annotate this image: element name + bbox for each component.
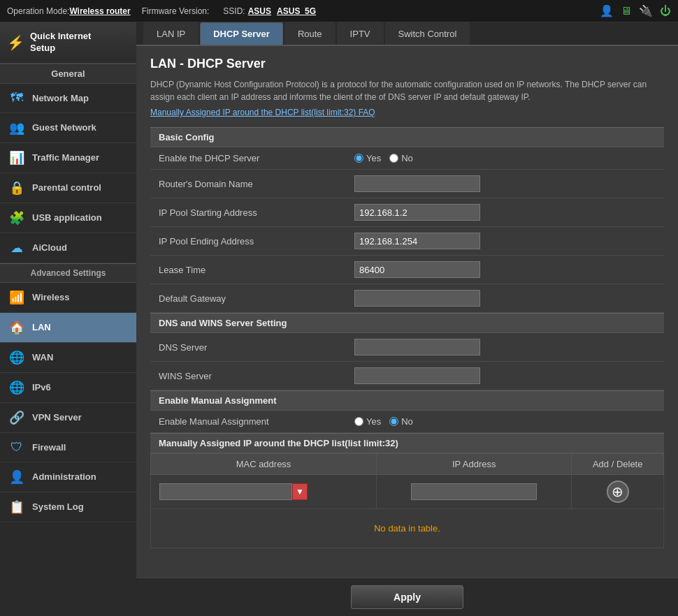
enable-dhcp-no-label[interactable]: No bbox=[389, 153, 413, 163]
lease-time-row: Lease Time bbox=[150, 256, 664, 284]
sidebar-item-label: WAN bbox=[32, 352, 53, 362]
sidebar-item-label: Guest Network bbox=[32, 122, 96, 133]
tab-dhcp-server[interactable]: DHCP Server bbox=[200, 22, 283, 45]
wins-server-input[interactable] bbox=[354, 367, 480, 384]
dns-wins-table: DNS Server WINS Server bbox=[150, 333, 664, 390]
sidebar-item-wireless[interactable]: 📶 Wireless bbox=[0, 283, 136, 313]
sidebar-item-label: Parental control bbox=[32, 182, 101, 193]
page-content: LAN - DHCP Server DHCP (Dynamic Host Con… bbox=[136, 46, 678, 578]
sidebar-item-vpn-server[interactable]: 🔗 VPN Server bbox=[0, 403, 136, 433]
manual-list-table: MAC address IP Address Add / Delete ▼ bbox=[150, 453, 664, 548]
quick-internet-setup[interactable]: ⚡ Quick InternetSetup bbox=[0, 22, 136, 64]
topbar-icons: 👤 🖥 🔌 ⏻ bbox=[600, 4, 671, 17]
manual-assign-link[interactable]: Manually Assigned IP around the DHCP lis… bbox=[150, 108, 664, 117]
firewall-icon: 🛡 bbox=[8, 440, 25, 455]
ip-address-input[interactable] bbox=[411, 483, 537, 500]
mac-input-wrapper: ▼ bbox=[159, 483, 368, 500]
tab-route[interactable]: Route bbox=[284, 22, 336, 45]
monitor-icon[interactable]: 🖥 bbox=[621, 5, 632, 17]
mode-label: Operation Mode: bbox=[7, 6, 69, 16]
enable-manual-radio-group: Yes No bbox=[354, 416, 656, 427]
manual-assignment-header: Enable Manual Assignment bbox=[150, 390, 664, 411]
dns-wins-header: DNS and WINS Server Setting bbox=[150, 313, 664, 333]
col-mac: MAC address bbox=[151, 454, 377, 475]
enable-manual-label: Enable Manual Assignment bbox=[150, 411, 346, 433]
sidebar-item-label: USB application bbox=[32, 212, 102, 223]
enable-dhcp-yes-radio[interactable] bbox=[354, 154, 363, 163]
sidebar-item-wan[interactable]: 🌐 WAN bbox=[0, 343, 136, 373]
enable-manual-no-radio[interactable] bbox=[389, 417, 398, 426]
ipv6-icon: 🌐 bbox=[8, 380, 25, 395]
tab-lan-ip[interactable]: LAN IP bbox=[143, 22, 199, 45]
dns-server-row: DNS Server bbox=[150, 333, 664, 362]
sidebar-item-system-log[interactable]: 📋 System Log bbox=[0, 492, 136, 522]
sidebar-item-ipv6[interactable]: 🌐 IPv6 bbox=[0, 373, 136, 403]
tab-iptv[interactable]: IPTV bbox=[337, 22, 384, 45]
network-map-icon: 🗺 bbox=[8, 91, 25, 105]
sidebar-item-lan[interactable]: 🏠 LAN bbox=[0, 313, 136, 343]
domain-name-input[interactable] bbox=[354, 175, 480, 192]
sidebar-item-label: VPN Server bbox=[32, 412, 82, 423]
sidebar-item-label: IPv6 bbox=[32, 382, 51, 393]
enable-dhcp-label: Enable the DHCP Server bbox=[150, 147, 346, 170]
user-icon[interactable]: 👤 bbox=[600, 4, 614, 17]
default-gateway-label: Default Gateway bbox=[150, 284, 346, 313]
default-gateway-row: Default Gateway bbox=[150, 284, 664, 313]
sidebar-item-traffic-manager[interactable]: 📊 Traffic Manager bbox=[0, 143, 136, 173]
col-ip: IP Address bbox=[377, 454, 572, 475]
sidebar-item-usb-application[interactable]: 🧩 USB application bbox=[0, 203, 136, 233]
mac-address-input[interactable] bbox=[159, 483, 292, 500]
dns-server-label: DNS Server bbox=[150, 333, 346, 362]
sidebar-item-guest-network[interactable]: 👥 Guest Network bbox=[0, 113, 136, 143]
col-add-delete: Add / Delete bbox=[572, 454, 664, 475]
ip-pool-start-row: IP Pool Starting Address bbox=[150, 198, 664, 227]
main-content: LAN IP DHCP Server Route IPTV Switch Con… bbox=[136, 22, 678, 616]
ip-pool-end-label: IP Pool Ending Address bbox=[150, 227, 346, 256]
page-title: LAN - DHCP Server bbox=[150, 57, 664, 71]
lan-icon: 🏠 bbox=[8, 320, 25, 335]
sidebar-item-administration[interactable]: 👤 Administration bbox=[0, 462, 136, 492]
power-icon[interactable]: ⏻ bbox=[660, 5, 671, 17]
enable-dhcp-row: Enable the DHCP Server Yes No bbox=[150, 147, 664, 170]
parental-control-icon: 🔒 bbox=[8, 180, 25, 196]
basic-config-header: Basic Config bbox=[150, 127, 664, 147]
default-gateway-input[interactable] bbox=[354, 290, 480, 307]
usb-icon[interactable]: 🔌 bbox=[639, 4, 653, 17]
sidebar-item-aicloud[interactable]: ☁ AiCloud bbox=[0, 233, 136, 263]
enable-manual-row: Enable Manual Assignment Yes No bbox=[150, 411, 664, 433]
tab-bar: LAN IP DHCP Server Route IPTV Switch Con… bbox=[136, 22, 678, 46]
traffic-manager-icon: 📊 bbox=[8, 150, 25, 166]
apply-bar: Apply bbox=[136, 578, 678, 616]
enable-dhcp-radio-group: Yes No bbox=[354, 153, 656, 163]
dns-server-input[interactable] bbox=[354, 339, 480, 355]
general-section-label: General bbox=[0, 64, 136, 84]
ip-pool-end-input[interactable] bbox=[354, 233, 480, 249]
sidebar-item-label: Network Map bbox=[32, 93, 89, 103]
sidebar-item-network-map[interactable]: 🗺 Network Map bbox=[0, 84, 136, 113]
sidebar-item-label: AiCloud bbox=[32, 242, 67, 253]
enable-manual-yes-label[interactable]: Yes bbox=[354, 416, 381, 427]
enable-manual-no-label[interactable]: No bbox=[389, 416, 413, 427]
add-entry-button[interactable]: ⊕ bbox=[607, 481, 629, 503]
no-data-message: No data in table. bbox=[159, 515, 655, 542]
ssid-label: SSID: bbox=[223, 6, 245, 16]
administration-icon: 👤 bbox=[8, 469, 25, 485]
lease-time-input[interactable] bbox=[354, 261, 480, 278]
apply-button[interactable]: Apply bbox=[351, 585, 463, 609]
enable-dhcp-yes-label[interactable]: Yes bbox=[354, 153, 381, 163]
mac-dropdown-button[interactable]: ▼ bbox=[292, 483, 308, 500]
enable-dhcp-no-radio[interactable] bbox=[389, 154, 398, 163]
enable-manual-yes-radio[interactable] bbox=[354, 417, 363, 426]
sidebar-item-parental-control[interactable]: 🔒 Parental control bbox=[0, 173, 136, 203]
mode-value: Wireless router bbox=[69, 6, 130, 16]
tab-switch-control[interactable]: Switch Control bbox=[385, 22, 470, 45]
vpn-icon: 🔗 bbox=[8, 410, 25, 425]
no-data-row: No data in table. bbox=[151, 509, 664, 548]
sidebar-item-label: Wireless bbox=[32, 292, 69, 302]
ip-pool-start-input[interactable] bbox=[354, 204, 480, 221]
topbar: Operation Mode: Wireless router Firmware… bbox=[0, 0, 678, 22]
sidebar: ⚡ Quick InternetSetup General 🗺 Network … bbox=[0, 22, 136, 616]
manual-entry-row: ▼ ⊕ bbox=[151, 475, 664, 509]
wins-server-row: WINS Server bbox=[150, 362, 664, 390]
sidebar-item-firewall[interactable]: 🛡 Firewall bbox=[0, 433, 136, 462]
